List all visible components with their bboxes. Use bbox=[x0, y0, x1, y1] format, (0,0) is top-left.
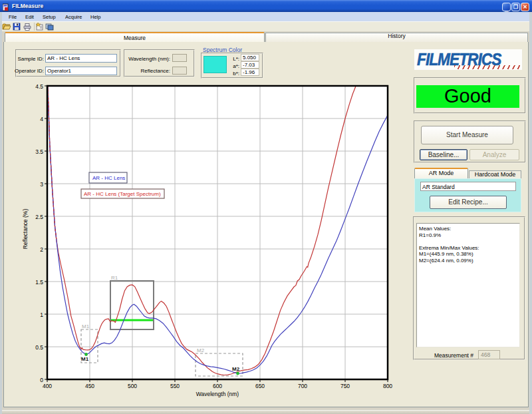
svg-text:4: 4 bbox=[40, 116, 43, 122]
svg-text:800: 800 bbox=[383, 383, 392, 389]
svg-text:500: 500 bbox=[128, 383, 137, 389]
svg-text:3: 3 bbox=[40, 181, 43, 188]
svg-text:Wavelength (nm): Wavelength (nm) bbox=[196, 391, 239, 397]
svg-text:0: 0 bbox=[40, 377, 43, 383]
svg-text:400: 400 bbox=[43, 383, 52, 389]
svg-text:450: 450 bbox=[85, 383, 94, 389]
svg-text:3.5: 3.5 bbox=[35, 148, 43, 155]
svg-text:AR - HC Lens (Target Spectrum): AR - HC Lens (Target Spectrum) bbox=[84, 191, 161, 197]
svg-text:AR - HC Lens: AR - HC Lens bbox=[92, 175, 125, 181]
svg-text:2: 2 bbox=[40, 246, 43, 253]
svg-text:2.5: 2.5 bbox=[35, 214, 43, 220]
svg-text:4.5: 4.5 bbox=[35, 83, 43, 90]
svg-text:650: 650 bbox=[255, 383, 265, 389]
svg-text:1.5: 1.5 bbox=[35, 279, 43, 286]
svg-text:R1: R1 bbox=[111, 275, 118, 281]
svg-text:1: 1 bbox=[40, 311, 43, 318]
svg-text:M1: M1 bbox=[81, 356, 89, 362]
svg-text:M2: M2 bbox=[197, 347, 205, 353]
svg-text:750: 750 bbox=[340, 383, 350, 389]
svg-text:600: 600 bbox=[213, 383, 222, 389]
svg-text:Reflectance (%): Reflectance (%) bbox=[22, 209, 29, 250]
svg-text:M2: M2 bbox=[232, 366, 240, 372]
svg-text:0.5: 0.5 bbox=[35, 344, 43, 351]
svg-text:550: 550 bbox=[170, 383, 180, 389]
svg-text:700: 700 bbox=[298, 383, 307, 389]
svg-text:M1: M1 bbox=[82, 323, 90, 329]
